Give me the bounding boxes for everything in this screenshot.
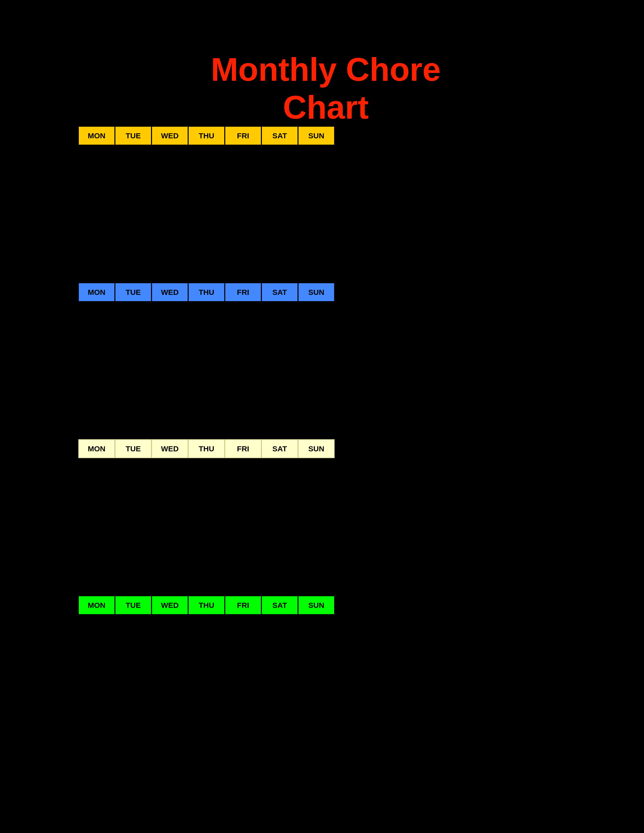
week4-sat: SAT (261, 596, 298, 615)
page-title: Monthly Chore Chart (184, 50, 468, 126)
week2-wed: WED (151, 283, 188, 302)
week1-fri: FRI (225, 126, 261, 145)
week1-thu: THU (188, 126, 225, 145)
week1-row: MON TUE WED THU FRI SAT SUN (78, 126, 335, 145)
week4-thu: THU (188, 596, 225, 615)
week2-sun: SUN (298, 283, 335, 302)
week1-tue: TUE (115, 126, 151, 145)
week1-wed: WED (151, 126, 188, 145)
week3-fri: FRI (225, 439, 261, 458)
week3-thu: THU (188, 439, 225, 458)
week1-sun: SUN (298, 126, 335, 145)
week3-mon: MON (78, 439, 115, 458)
week2-tue: TUE (115, 283, 151, 302)
week3-tue: TUE (115, 439, 151, 458)
week3-row: MON TUE WED THU FRI SAT SUN (78, 439, 335, 458)
week2-mon: MON (78, 283, 115, 302)
week3-sat: SAT (261, 439, 298, 458)
week4-mon: MON (78, 596, 115, 615)
week4-tue: TUE (115, 596, 151, 615)
week1-sat: SAT (261, 126, 298, 145)
week3-wed: WED (151, 439, 188, 458)
week4-row: MON TUE WED THU FRI SAT SUN (78, 596, 335, 615)
week3-sun: SUN (298, 439, 335, 458)
week4-fri: FRI (225, 596, 261, 615)
week1-mon: MON (78, 126, 115, 145)
week2-sat: SAT (261, 283, 298, 302)
week2-fri: FRI (225, 283, 261, 302)
week2-row: MON TUE WED THU FRI SAT SUN (78, 283, 335, 302)
week4-wed: WED (151, 596, 188, 615)
week2-thu: THU (188, 283, 225, 302)
week4-sun: SUN (298, 596, 335, 615)
